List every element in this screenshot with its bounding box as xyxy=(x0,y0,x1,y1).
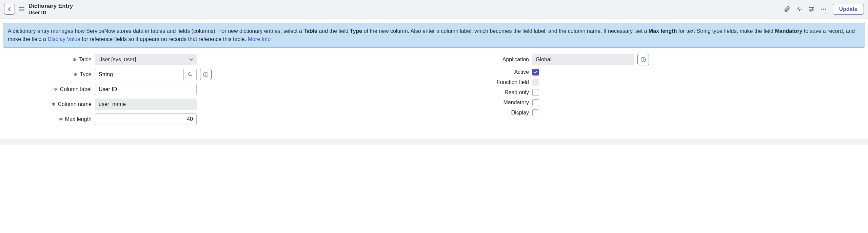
active-checkbox[interactable] xyxy=(532,69,539,76)
function-field-checkbox xyxy=(532,79,539,86)
svg-point-3 xyxy=(821,9,822,10)
info-icon xyxy=(640,57,646,63)
banner-bold-table: Table xyxy=(303,28,317,34)
max-length-input[interactable] xyxy=(95,113,197,125)
svg-point-0 xyxy=(810,7,811,8)
field-max-length: ✱ Max length xyxy=(3,113,427,125)
form-left-column: ✱ Table User [sys_user] ✱ Type xyxy=(3,54,427,128)
field-display: Display xyxy=(441,109,865,116)
context-menu-button[interactable] xyxy=(18,6,25,13)
application-label: Application xyxy=(502,57,529,63)
activity-button[interactable] xyxy=(795,5,804,14)
read-only-label: Read only xyxy=(505,89,529,96)
search-icon xyxy=(188,72,193,77)
page-title-block: Dictionary Entry User ID xyxy=(28,3,73,16)
required-icon: ✱ xyxy=(73,57,77,62)
required-icon: ✱ xyxy=(54,87,58,92)
form-container: ✱ Table User [sys_user] ✱ Type xyxy=(0,54,868,139)
caret-down-icon xyxy=(189,58,193,61)
active-label: Active xyxy=(514,69,529,75)
table-label: Table xyxy=(79,57,92,63)
application-info-button[interactable] xyxy=(637,54,649,65)
function-field-label: Function field xyxy=(497,79,529,85)
column-name-label: Column name xyxy=(58,101,92,107)
display-value-link[interactable]: Display Value xyxy=(47,36,80,42)
page-header: Dictionary Entry User ID Update xyxy=(0,0,868,19)
table-select-value: User [sys_user] xyxy=(98,57,136,63)
svg-point-2 xyxy=(810,10,811,12)
type-label: Type xyxy=(80,71,92,78)
check-icon xyxy=(534,70,538,74)
more-info-link[interactable]: More Info xyxy=(248,36,271,42)
required-icon: ✱ xyxy=(59,117,63,122)
type-input[interactable] xyxy=(95,69,184,80)
mandatory-checkbox[interactable] xyxy=(532,99,539,106)
attachments-button[interactable] xyxy=(783,5,791,14)
column-name-input xyxy=(95,99,197,110)
column-label-input[interactable] xyxy=(95,84,197,95)
banner-text: A dictionary entry manages how ServiceNo… xyxy=(8,28,303,34)
svg-point-6 xyxy=(188,73,191,76)
banner-bold-type: Type xyxy=(350,28,362,34)
display-label: Display xyxy=(511,110,529,116)
field-active: Active xyxy=(441,69,865,76)
field-column-name: ✱ Column name xyxy=(3,99,427,110)
banner-bold-mandatory: Mandatory xyxy=(775,28,802,34)
page-subtitle: User ID xyxy=(28,9,73,16)
max-length-label: Max length xyxy=(65,116,92,122)
read-only-checkbox[interactable] xyxy=(532,89,539,96)
field-mandatory: Mandatory xyxy=(441,99,865,106)
chevron-left-icon xyxy=(7,7,12,12)
paperclip-icon xyxy=(784,6,790,13)
info-icon xyxy=(203,71,209,78)
type-lookup-button[interactable] xyxy=(184,69,197,80)
footer-divider xyxy=(0,139,868,145)
field-read-only: Read only xyxy=(441,89,865,96)
mandatory-label: Mandatory xyxy=(503,100,529,106)
svg-point-8 xyxy=(205,73,206,74)
menu-lines-icon xyxy=(19,7,24,12)
more-actions-button[interactable] xyxy=(819,5,828,14)
field-function: Function field xyxy=(441,79,865,86)
settings-sliders-button[interactable] xyxy=(807,5,816,14)
info-banner: A dictionary entry manages how ServiceNo… xyxy=(3,23,865,48)
sliders-icon xyxy=(808,6,815,13)
field-table: ✱ Table User [sys_user] xyxy=(3,54,427,65)
svg-point-4 xyxy=(823,9,824,10)
banner-bold-max: Max length xyxy=(649,28,677,34)
application-value: Global xyxy=(532,54,634,65)
svg-point-5 xyxy=(825,9,826,10)
svg-point-1 xyxy=(812,9,813,10)
field-column-label: ✱ Column label xyxy=(3,84,427,95)
required-icon: ✱ xyxy=(74,72,78,77)
activity-icon xyxy=(796,6,803,13)
required-icon: ✱ xyxy=(52,102,56,107)
column-label-label: Column label xyxy=(60,86,92,92)
type-info-button[interactable] xyxy=(200,69,212,80)
form-right-column: Application Global Active Function field xyxy=(441,54,865,128)
field-type: ✱ Type xyxy=(3,69,427,80)
svg-point-10 xyxy=(643,58,644,59)
display-checkbox[interactable] xyxy=(532,109,539,116)
ellipsis-icon xyxy=(820,6,827,13)
table-select[interactable]: User [sys_user] xyxy=(95,54,197,65)
field-application: Application Global xyxy=(441,54,865,65)
page-title: Dictionary Entry xyxy=(28,3,73,9)
back-button[interactable] xyxy=(4,4,15,15)
update-button[interactable]: Update xyxy=(833,4,864,15)
